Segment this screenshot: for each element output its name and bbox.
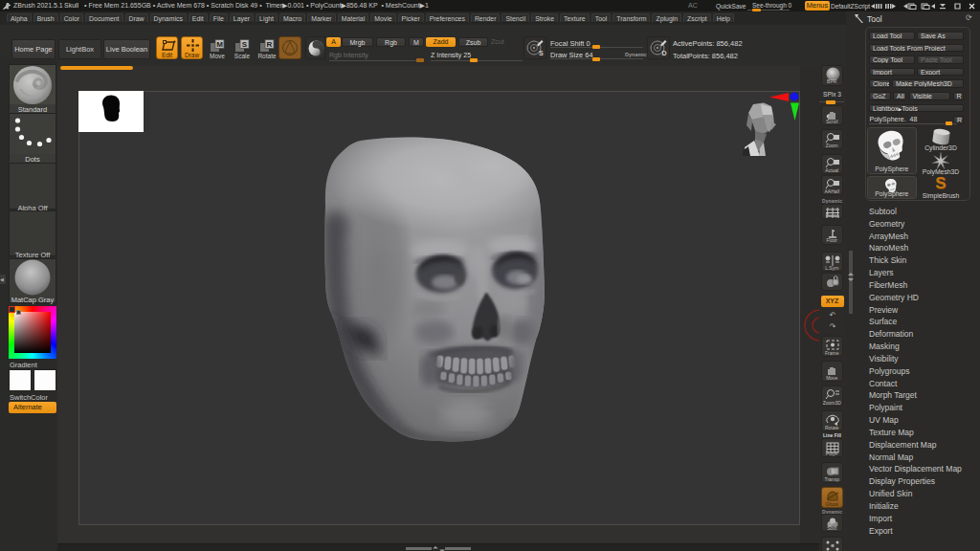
- svg-text:S: S: [242, 40, 248, 49]
- svg-text:M: M: [216, 40, 223, 49]
- svg-text:D: D: [662, 50, 667, 56]
- svg-text:S: S: [539, 50, 544, 56]
- svg-text:R: R: [267, 40, 273, 49]
